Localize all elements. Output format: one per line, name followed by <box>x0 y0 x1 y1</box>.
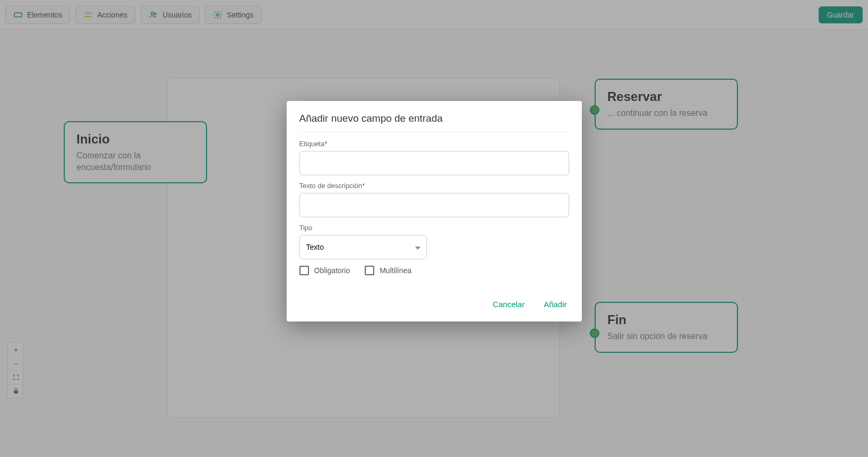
required-checkbox[interactable]: Obligatorio <box>299 266 350 275</box>
type-select[interactable]: Texto <box>299 235 427 259</box>
type-field-group: Tipo Texto <box>299 224 569 259</box>
checkbox-row: Obligatorio Multilínea <box>299 266 569 275</box>
multiline-checkbox[interactable]: Multilínea <box>365 266 411 275</box>
modal-overlay[interactable]: Añadir nuevo campo de entrada Etiqueta* … <box>0 0 868 457</box>
checkbox-box-icon <box>299 266 309 275</box>
label-field-group: Etiqueta* <box>299 140 569 175</box>
checkbox-box-icon <box>365 266 374 275</box>
label-input[interactable] <box>299 151 569 175</box>
description-input[interactable] <box>299 193 569 217</box>
description-field-group: Texto de descripción* <box>299 182 569 217</box>
multiline-checkbox-label: Multilínea <box>380 266 411 275</box>
type-field-label: Tipo <box>299 224 569 232</box>
label-field-label: Etiqueta* <box>299 140 569 148</box>
add-input-field-modal: Añadir nuevo campo de entrada Etiqueta* … <box>287 101 582 321</box>
modal-title: Añadir nuevo campo de entrada <box>299 113 569 132</box>
cancel-button[interactable]: Cancelar <box>491 297 527 312</box>
modal-actions: Cancelar Añadir <box>299 297 569 314</box>
add-button[interactable]: Añadir <box>542 297 569 312</box>
type-select-value: Texto <box>306 243 324 251</box>
description-field-label: Texto de descripción* <box>299 182 569 190</box>
required-checkbox-label: Obligatorio <box>314 266 350 275</box>
